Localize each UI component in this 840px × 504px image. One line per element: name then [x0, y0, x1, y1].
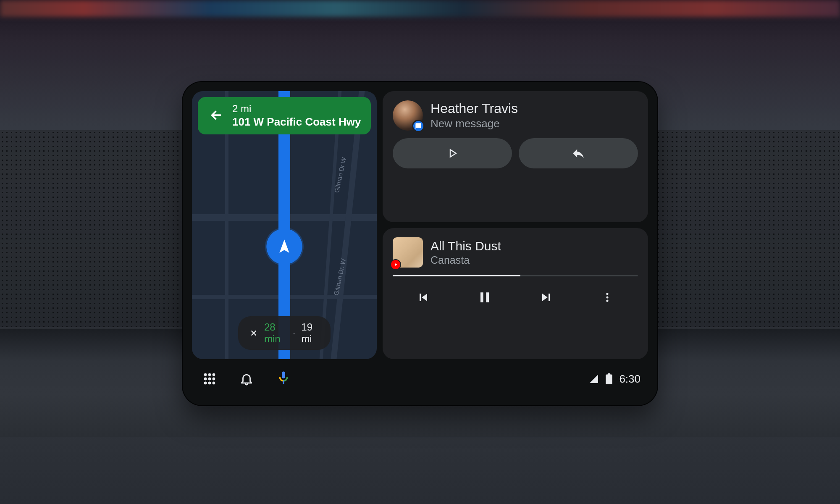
ambient-light	[0, 0, 840, 17]
svg-point-7	[208, 378, 211, 381]
skip-previous-icon	[416, 290, 431, 305]
svg-point-1	[606, 296, 608, 298]
bell-icon	[239, 372, 254, 386]
sender-name: Heather Travis	[430, 101, 518, 116]
reply-button[interactable]	[519, 138, 638, 168]
play-message-button[interactable]	[393, 138, 512, 168]
apps-grid-icon	[202, 372, 217, 386]
pause-button[interactable]	[472, 285, 497, 310]
track-title: All This Dust	[430, 239, 501, 253]
skip-next-icon	[538, 290, 554, 305]
system-bar-right: 6:30	[589, 373, 640, 386]
messages-app-badge	[412, 120, 425, 132]
messages-icon	[415, 123, 422, 129]
current-location-puck	[265, 227, 304, 266]
close-icon	[249, 328, 258, 338]
play-filled-icon	[393, 262, 398, 267]
notification-header: Heather Travis New message	[393, 100, 638, 131]
infotainment-display: Heather Travis New message	[183, 82, 657, 405]
track-info: All This Dust Canasta	[430, 239, 501, 266]
svg-rect-14	[606, 375, 613, 384]
pause-icon	[476, 289, 493, 306]
assistant-mic-icon	[277, 371, 290, 387]
playback-progress[interactable]	[393, 275, 638, 276]
eta-separator: ·	[293, 327, 296, 339]
progress-fill	[393, 275, 520, 276]
notifications-button[interactable]	[236, 369, 257, 389]
svg-point-8	[213, 378, 215, 381]
more-options-button[interactable]	[595, 285, 620, 310]
notification-subtitle: New message	[430, 117, 518, 130]
media-header: All This Dust Canasta	[393, 237, 638, 268]
svg-point-6	[204, 378, 207, 381]
app-launcher-button[interactable]	[200, 369, 220, 389]
navigation-card[interactable]: Gilman Dr W Gilman Dr. W 2 mi 101 W Paci…	[192, 91, 377, 359]
eta-distance: 19 mi	[301, 321, 320, 345]
direction-text: 2 mi 101 W Pacific Coast Hwy	[232, 103, 361, 129]
svg-rect-15	[608, 373, 611, 375]
previous-track-button[interactable]	[411, 285, 436, 310]
system-bar: 6:30	[192, 359, 648, 399]
reply-icon	[571, 146, 585, 160]
media-source-badge	[390, 259, 401, 270]
sender-avatar	[393, 100, 423, 131]
notification-actions	[393, 138, 638, 168]
assistant-button[interactable]	[273, 369, 294, 389]
notification-card[interactable]: Heather Travis New message	[383, 91, 648, 222]
svg-point-4	[208, 373, 211, 376]
system-bar-left	[200, 369, 294, 389]
maneuver-distance: 2 mi	[232, 103, 361, 115]
navigation-arrow-icon	[276, 238, 293, 255]
media-card[interactable]: All This Dust Canasta	[383, 228, 648, 359]
svg-point-3	[204, 373, 207, 376]
clock: 6:30	[619, 373, 640, 386]
maneuver-road: 101 W Pacific Coast Hwy	[232, 116, 361, 129]
notification-text: Heather Travis New message	[430, 101, 518, 130]
turn-left-icon	[206, 107, 225, 125]
svg-point-0	[606, 293, 608, 295]
svg-point-5	[213, 373, 215, 376]
svg-rect-12	[282, 372, 285, 378]
svg-point-9	[204, 382, 207, 385]
media-controls	[393, 285, 638, 310]
svg-point-2	[606, 300, 608, 302]
content-grid: Heather Travis New message	[192, 91, 648, 359]
track-artist: Canasta	[430, 254, 501, 266]
more-vert-icon	[601, 291, 613, 303]
svg-point-11	[213, 382, 215, 385]
direction-banner[interactable]: 2 mi 101 W Pacific Coast Hwy	[198, 97, 371, 134]
next-track-button[interactable]	[533, 285, 559, 310]
close-eta-button[interactable]	[249, 328, 258, 338]
play-outline-icon	[446, 147, 459, 160]
battery-icon	[606, 373, 612, 384]
eta-pill[interactable]: 28 min · 19 mi	[238, 316, 331, 350]
cell-signal-icon	[589, 374, 599, 384]
svg-point-10	[208, 382, 211, 385]
album-art	[393, 237, 423, 268]
eta-duration: 28 min	[264, 321, 287, 345]
